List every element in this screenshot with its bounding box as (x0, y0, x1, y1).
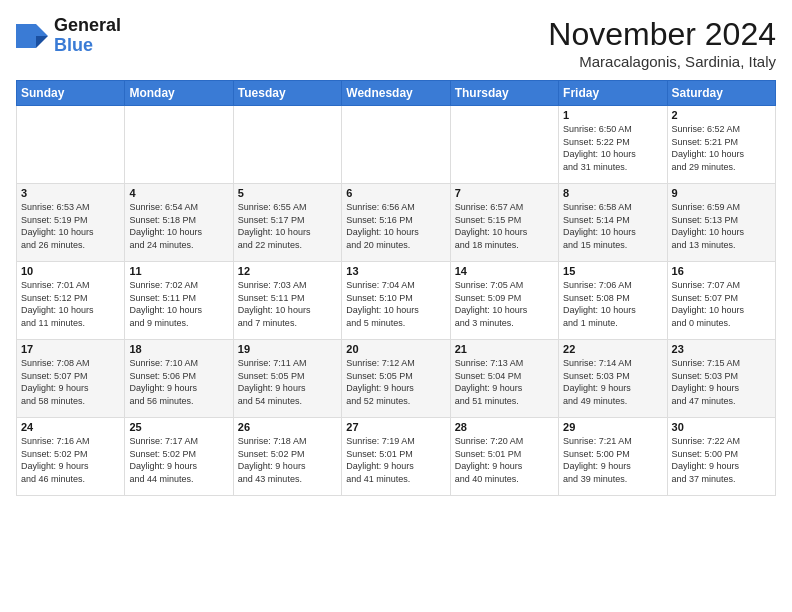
calendar-cell: 29Sunrise: 7:21 AM Sunset: 5:00 PM Dayli… (559, 418, 667, 496)
day-number: 23 (672, 343, 771, 355)
calendar-header: SundayMondayTuesdayWednesdayThursdayFrid… (17, 81, 776, 106)
calendar-cell: 8Sunrise: 6:58 AM Sunset: 5:14 PM Daylig… (559, 184, 667, 262)
day-info: Sunrise: 6:58 AM Sunset: 5:14 PM Dayligh… (563, 201, 662, 251)
day-number: 19 (238, 343, 337, 355)
day-number: 7 (455, 187, 554, 199)
calendar-cell: 3Sunrise: 6:53 AM Sunset: 5:19 PM Daylig… (17, 184, 125, 262)
day-info: Sunrise: 7:04 AM Sunset: 5:10 PM Dayligh… (346, 279, 445, 329)
calendar-body: 1Sunrise: 6:50 AM Sunset: 5:22 PM Daylig… (17, 106, 776, 496)
calendar-cell: 19Sunrise: 7:11 AM Sunset: 5:05 PM Dayli… (233, 340, 341, 418)
day-number: 25 (129, 421, 228, 433)
weekday-header: Tuesday (233, 81, 341, 106)
header-row: SundayMondayTuesdayWednesdayThursdayFrid… (17, 81, 776, 106)
day-info: Sunrise: 7:01 AM Sunset: 5:12 PM Dayligh… (21, 279, 120, 329)
logo-line2: Blue (54, 36, 121, 56)
day-number: 28 (455, 421, 554, 433)
day-number: 4 (129, 187, 228, 199)
day-info: Sunrise: 7:12 AM Sunset: 5:05 PM Dayligh… (346, 357, 445, 407)
day-info: Sunrise: 7:19 AM Sunset: 5:01 PM Dayligh… (346, 435, 445, 485)
calendar-cell: 7Sunrise: 6:57 AM Sunset: 5:15 PM Daylig… (450, 184, 558, 262)
weekday-header: Thursday (450, 81, 558, 106)
calendar-cell (17, 106, 125, 184)
calendar-cell: 2Sunrise: 6:52 AM Sunset: 5:21 PM Daylig… (667, 106, 775, 184)
day-info: Sunrise: 6:54 AM Sunset: 5:18 PM Dayligh… (129, 201, 228, 251)
day-info: Sunrise: 6:55 AM Sunset: 5:17 PM Dayligh… (238, 201, 337, 251)
calendar-cell: 14Sunrise: 7:05 AM Sunset: 5:09 PM Dayli… (450, 262, 558, 340)
weekday-header: Monday (125, 81, 233, 106)
day-info: Sunrise: 7:07 AM Sunset: 5:07 PM Dayligh… (672, 279, 771, 329)
day-number: 6 (346, 187, 445, 199)
calendar-cell: 13Sunrise: 7:04 AM Sunset: 5:10 PM Dayli… (342, 262, 450, 340)
calendar-cell: 5Sunrise: 6:55 AM Sunset: 5:17 PM Daylig… (233, 184, 341, 262)
calendar-cell: 4Sunrise: 6:54 AM Sunset: 5:18 PM Daylig… (125, 184, 233, 262)
day-number: 2 (672, 109, 771, 121)
day-number: 16 (672, 265, 771, 277)
calendar-cell: 1Sunrise: 6:50 AM Sunset: 5:22 PM Daylig… (559, 106, 667, 184)
day-info: Sunrise: 7:21 AM Sunset: 5:00 PM Dayligh… (563, 435, 662, 485)
weekday-header: Friday (559, 81, 667, 106)
day-number: 21 (455, 343, 554, 355)
svg-rect-2 (16, 24, 36, 48)
day-number: 5 (238, 187, 337, 199)
calendar-cell: 11Sunrise: 7:02 AM Sunset: 5:11 PM Dayli… (125, 262, 233, 340)
calendar-row: 17Sunrise: 7:08 AM Sunset: 5:07 PM Dayli… (17, 340, 776, 418)
month-title: November 2024 (548, 16, 776, 53)
day-number: 26 (238, 421, 337, 433)
day-info: Sunrise: 6:56 AM Sunset: 5:16 PM Dayligh… (346, 201, 445, 251)
calendar-cell (125, 106, 233, 184)
day-info: Sunrise: 7:02 AM Sunset: 5:11 PM Dayligh… (129, 279, 228, 329)
calendar-cell: 9Sunrise: 6:59 AM Sunset: 5:13 PM Daylig… (667, 184, 775, 262)
calendar-cell: 17Sunrise: 7:08 AM Sunset: 5:07 PM Dayli… (17, 340, 125, 418)
calendar-cell: 18Sunrise: 7:10 AM Sunset: 5:06 PM Dayli… (125, 340, 233, 418)
logo-icon (16, 20, 48, 52)
logo-text: General Blue (54, 16, 121, 56)
day-number: 10 (21, 265, 120, 277)
day-info: Sunrise: 7:17 AM Sunset: 5:02 PM Dayligh… (129, 435, 228, 485)
calendar-cell: 30Sunrise: 7:22 AM Sunset: 5:00 PM Dayli… (667, 418, 775, 496)
svg-marker-1 (36, 36, 48, 48)
day-info: Sunrise: 7:20 AM Sunset: 5:01 PM Dayligh… (455, 435, 554, 485)
logo: General Blue (16, 16, 121, 56)
day-info: Sunrise: 7:15 AM Sunset: 5:03 PM Dayligh… (672, 357, 771, 407)
location: Maracalagonis, Sardinia, Italy (548, 53, 776, 70)
day-number: 1 (563, 109, 662, 121)
weekday-header: Wednesday (342, 81, 450, 106)
day-info: Sunrise: 7:11 AM Sunset: 5:05 PM Dayligh… (238, 357, 337, 407)
header: General Blue November 2024 Maracalagonis… (16, 16, 776, 70)
day-info: Sunrise: 6:57 AM Sunset: 5:15 PM Dayligh… (455, 201, 554, 251)
day-number: 20 (346, 343, 445, 355)
calendar-cell: 16Sunrise: 7:07 AM Sunset: 5:07 PM Dayli… (667, 262, 775, 340)
weekday-header: Saturday (667, 81, 775, 106)
day-number: 8 (563, 187, 662, 199)
day-number: 3 (21, 187, 120, 199)
day-info: Sunrise: 6:50 AM Sunset: 5:22 PM Dayligh… (563, 123, 662, 173)
day-number: 15 (563, 265, 662, 277)
day-info: Sunrise: 7:14 AM Sunset: 5:03 PM Dayligh… (563, 357, 662, 407)
calendar-cell: 15Sunrise: 7:06 AM Sunset: 5:08 PM Dayli… (559, 262, 667, 340)
day-info: Sunrise: 7:05 AM Sunset: 5:09 PM Dayligh… (455, 279, 554, 329)
calendar-cell: 28Sunrise: 7:20 AM Sunset: 5:01 PM Dayli… (450, 418, 558, 496)
calendar-table: SundayMondayTuesdayWednesdayThursdayFrid… (16, 80, 776, 496)
day-info: Sunrise: 6:53 AM Sunset: 5:19 PM Dayligh… (21, 201, 120, 251)
day-info: Sunrise: 7:16 AM Sunset: 5:02 PM Dayligh… (21, 435, 120, 485)
day-number: 9 (672, 187, 771, 199)
day-number: 12 (238, 265, 337, 277)
calendar-cell: 24Sunrise: 7:16 AM Sunset: 5:02 PM Dayli… (17, 418, 125, 496)
day-number: 13 (346, 265, 445, 277)
day-number: 11 (129, 265, 228, 277)
calendar-cell: 20Sunrise: 7:12 AM Sunset: 5:05 PM Dayli… (342, 340, 450, 418)
calendar-cell (233, 106, 341, 184)
calendar-row: 1Sunrise: 6:50 AM Sunset: 5:22 PM Daylig… (17, 106, 776, 184)
calendar-cell: 23Sunrise: 7:15 AM Sunset: 5:03 PM Dayli… (667, 340, 775, 418)
day-info: Sunrise: 7:10 AM Sunset: 5:06 PM Dayligh… (129, 357, 228, 407)
day-number: 22 (563, 343, 662, 355)
day-number: 17 (21, 343, 120, 355)
weekday-header: Sunday (17, 81, 125, 106)
day-number: 18 (129, 343, 228, 355)
day-info: Sunrise: 7:22 AM Sunset: 5:00 PM Dayligh… (672, 435, 771, 485)
calendar-cell: 12Sunrise: 7:03 AM Sunset: 5:11 PM Dayli… (233, 262, 341, 340)
day-info: Sunrise: 7:13 AM Sunset: 5:04 PM Dayligh… (455, 357, 554, 407)
calendar-cell: 25Sunrise: 7:17 AM Sunset: 5:02 PM Dayli… (125, 418, 233, 496)
day-number: 30 (672, 421, 771, 433)
day-number: 29 (563, 421, 662, 433)
